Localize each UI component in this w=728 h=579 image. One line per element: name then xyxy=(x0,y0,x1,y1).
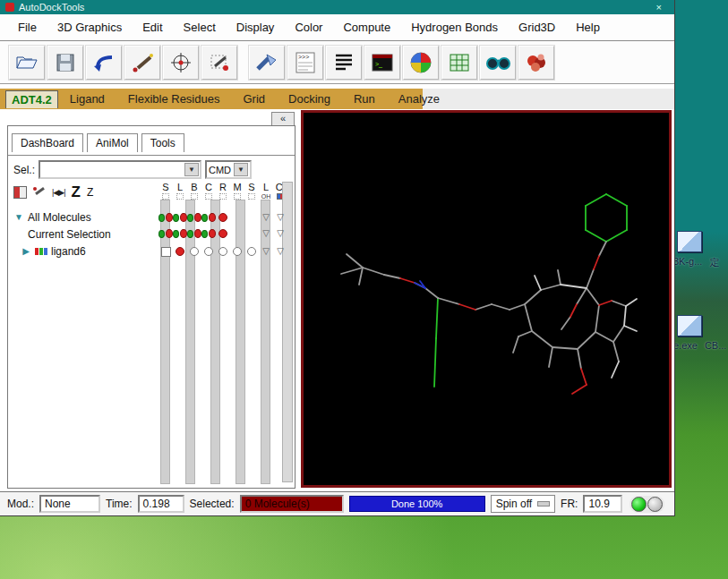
tree-row-all-molecules[interactable]: ▼ All Molecules xyxy=(13,209,157,226)
undo-arrow-icon xyxy=(92,52,116,73)
menu-help[interactable]: Help xyxy=(576,21,600,34)
menu-display[interactable]: Display xyxy=(236,21,275,34)
title-bar[interactable]: AutoDockTools × xyxy=(0,0,674,14)
col-lines[interactable]: L xyxy=(173,182,187,192)
desktop-icon-label: e.exe xyxy=(673,340,698,351)
list-lines-icon xyxy=(332,51,355,74)
pick-pencil-icon xyxy=(208,52,231,73)
col-icon xyxy=(219,193,227,200)
save-button[interactable] xyxy=(47,46,83,80)
paint-spray-icon[interactable] xyxy=(33,186,46,199)
menu-hydrogen-bonds[interactable]: Hydrogen Bonds xyxy=(411,21,498,34)
col-ms[interactable]: M xyxy=(230,182,244,192)
center-target-button[interactable] xyxy=(163,46,199,80)
col-ribbon[interactable]: R xyxy=(216,182,230,192)
molecule-surface-icon xyxy=(524,52,549,73)
panel-tab-tools[interactable]: Tools xyxy=(141,133,184,152)
menu-3d-graphics[interactable]: 3D Graphics xyxy=(57,21,122,34)
menu-compute[interactable]: Compute xyxy=(343,21,390,34)
grid-table-button[interactable] xyxy=(441,46,477,80)
menu-select[interactable]: Select xyxy=(184,21,216,34)
panel-tab-dashboard[interactable]: DashBoard xyxy=(12,133,83,152)
slider-track[interactable] xyxy=(210,200,220,484)
close-icon[interactable]: × xyxy=(656,3,662,13)
expander-icon[interactable]: ▶ xyxy=(21,246,31,256)
stereo-glasses-button[interactable] xyxy=(480,46,516,80)
molecule-tree: ▼ All Molecules Current Selection ▶ liga… xyxy=(13,209,157,260)
col-icon xyxy=(248,193,255,200)
tab-adt42[interactable]: ADT4.2 xyxy=(5,90,58,108)
option-menu-indicator-icon xyxy=(537,501,550,507)
tab-docking[interactable]: Docking xyxy=(277,92,342,106)
toggle-row-current-selection[interactable]: ▽ ▽ xyxy=(158,226,289,241)
expander-icon[interactable]: ▼ xyxy=(13,212,24,222)
menu-grid3d[interactable]: Grid3D xyxy=(518,21,555,34)
shell-terminal-icon: >_ xyxy=(371,52,394,73)
tab-analyze[interactable]: Analyze xyxy=(387,92,451,106)
zoom-tool-button[interactable] xyxy=(249,46,285,80)
menu-edit[interactable]: Edit xyxy=(142,21,162,34)
undo-button[interactable] xyxy=(86,46,122,80)
desktop-icon-group[interactable]: 3K-g... 定 xyxy=(673,231,727,269)
svg-text:>_: >_ xyxy=(375,61,382,68)
desktop-app-icon[interactable] xyxy=(677,231,702,252)
desktop-app-icon[interactable] xyxy=(677,315,702,336)
color-sphere-button[interactable] xyxy=(403,46,439,80)
desktop-icon-group[interactable]: e.exe CB... xyxy=(673,315,727,351)
tree-label: All Molecules xyxy=(28,211,91,224)
list-button[interactable] xyxy=(326,46,362,80)
pick-tool-button[interactable] xyxy=(201,46,237,80)
selection-combobox[interactable]: ▼ xyxy=(39,160,201,179)
menu-color[interactable]: Color xyxy=(295,21,322,34)
molecule-surface-button[interactable] xyxy=(518,46,554,80)
grid-table-icon xyxy=(448,51,471,74)
col-oh-label: OH xyxy=(261,193,271,200)
status-lamps xyxy=(630,496,664,513)
spray-tool-button[interactable] xyxy=(124,46,160,80)
stereo-glasses-icon xyxy=(484,53,511,72)
shell-button[interactable]: >_ xyxy=(364,46,400,80)
adt-tab-bar: ADT4.2 Ligand Flexible Residues Grid Doc… xyxy=(0,89,674,110)
spin-label: Spin off xyxy=(496,498,532,510)
tree-row-current-selection[interactable]: Current Selection xyxy=(13,226,157,243)
open-file-button[interactable] xyxy=(9,46,45,80)
col-labels[interactable]: L xyxy=(259,182,273,192)
status-lamp-green-icon[interactable] xyxy=(631,497,647,512)
select-mode-icon[interactable] xyxy=(13,186,27,199)
chevron-down-icon[interactable]: ▼ xyxy=(184,163,199,176)
col-show[interactable]: S xyxy=(158,182,173,192)
col-cpk[interactable]: C xyxy=(201,182,216,192)
tab-flexible-residues[interactable]: Flexible Residues xyxy=(116,92,232,106)
tab-grid[interactable]: Grid xyxy=(231,92,277,106)
slider-track[interactable] xyxy=(160,200,170,484)
slider-track[interactable] xyxy=(185,200,195,484)
spin-dropdown[interactable]: Spin off xyxy=(491,495,555,513)
tree-row-ligand6[interactable]: ▶ ligand6 xyxy=(13,243,157,260)
mod-value-field: None xyxy=(39,495,100,513)
toggle-row-ligand6[interactable]: ▽ ▽ xyxy=(158,244,289,259)
expand-range-icon[interactable]: |◀▶| xyxy=(52,188,65,197)
text-output-button[interactable]: >>> xyxy=(287,46,323,80)
status-lamp-gray-icon[interactable] xyxy=(647,497,663,512)
color-sphere-icon xyxy=(409,51,433,74)
cmd-label: CMD xyxy=(209,165,231,175)
3d-viewer[interactable] xyxy=(301,110,672,488)
panel-tab-animol[interactable]: AniMol xyxy=(87,133,138,152)
zoom-small-icon[interactable]: Z xyxy=(87,186,93,199)
column-headers: S L B C R M S L Cl xyxy=(158,182,289,200)
selected-label: Selected: xyxy=(190,498,235,510)
chevron-down-icon[interactable]: ▼ xyxy=(234,163,248,176)
toggle-row-all-molecules[interactable]: ▽ ▽ xyxy=(158,210,289,225)
tab-run[interactable]: Run xyxy=(342,92,387,106)
slider-track[interactable] xyxy=(261,200,270,484)
col-balls[interactable]: B xyxy=(187,182,201,192)
app-icon xyxy=(5,3,14,12)
col-surface[interactable]: S xyxy=(244,182,259,192)
slider-track[interactable] xyxy=(236,200,245,484)
tab-ligand[interactable]: Ligand xyxy=(58,92,116,106)
time-value-field: 0.198 xyxy=(138,495,184,513)
zoom-big-icon[interactable]: Z xyxy=(72,183,81,201)
menu-file[interactable]: File xyxy=(18,21,37,34)
svg-text:>>>: >>> xyxy=(298,54,309,60)
cmd-dropdown[interactable]: CMD ▼ xyxy=(205,160,252,179)
